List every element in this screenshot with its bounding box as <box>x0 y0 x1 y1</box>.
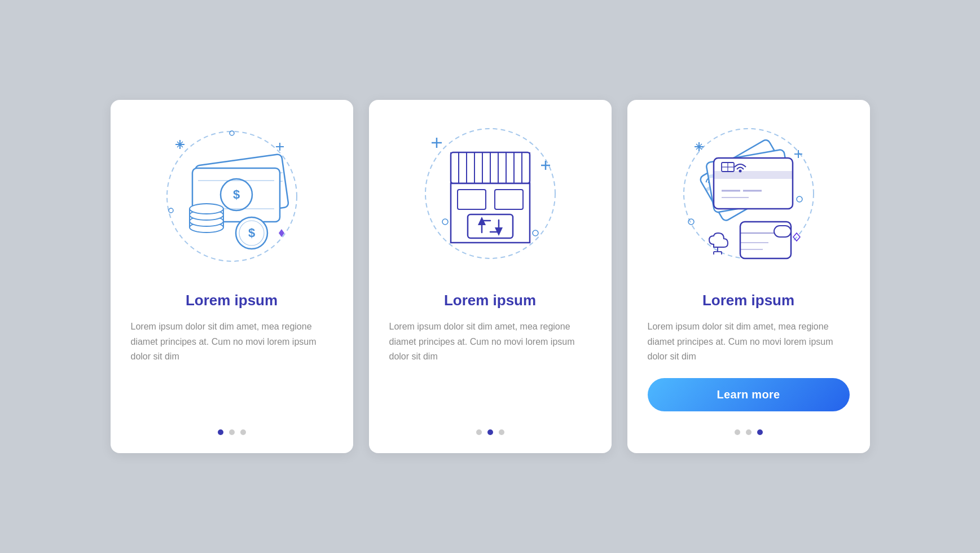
svg-point-32 <box>442 219 448 225</box>
svg-rect-49 <box>468 214 513 238</box>
card-3-title: Lorem ipsum <box>702 292 794 309</box>
card-1-illustration: $ $ <box>159 120 305 278</box>
svg-text:$: $ <box>232 187 239 201</box>
dot-1 <box>476 429 482 435</box>
card-2-illustration <box>417 120 564 278</box>
svg-point-61 <box>688 219 694 225</box>
card-3-illustration <box>675 120 822 278</box>
dot-3 <box>499 429 504 435</box>
svg-rect-73 <box>714 171 793 179</box>
dot-2 <box>229 429 235 435</box>
svg-point-8 <box>230 131 234 135</box>
card-3-body: Lorem ipsum dolor sit dim amet, mea regi… <box>648 319 850 364</box>
svg-point-9 <box>169 208 173 213</box>
card-1-dots <box>218 423 246 435</box>
card-2-dots <box>476 423 504 435</box>
learn-more-button[interactable]: Learn more <box>648 378 850 411</box>
svg-rect-72 <box>714 158 793 209</box>
card-3: Lorem ipsum Lorem ipsum dolor sit dim am… <box>627 100 870 453</box>
card-1-body: Lorem ipsum dolor sit dim amet, mea regi… <box>131 319 333 364</box>
card-1: $ $ Lorem ipsum Lorem ipsum dolor sit di… <box>111 100 353 453</box>
svg-point-77 <box>739 170 741 173</box>
svg-text:$: $ <box>248 226 254 240</box>
card-2-title: Lorem ipsum <box>444 292 536 309</box>
svg-point-60 <box>797 196 802 202</box>
card-1-title: Lorem ipsum <box>186 292 278 309</box>
dot-3 <box>240 429 246 435</box>
dot-2 <box>487 429 493 435</box>
dot-3 <box>757 429 763 435</box>
card-2: Lorem ipsum Lorem ipsum dolor sit dim am… <box>369 100 612 453</box>
card-2-body: Lorem ipsum dolor sit dim amet, mea regi… <box>389 319 591 364</box>
svg-point-33 <box>533 230 538 236</box>
svg-point-21 <box>190 204 223 214</box>
dot-1 <box>218 429 223 435</box>
dot-2 <box>746 429 752 435</box>
dot-1 <box>735 429 740 435</box>
cards-container: $ $ Lorem ipsum Lorem ipsum dolor sit di… <box>88 77 893 475</box>
svg-rect-83 <box>774 226 791 237</box>
card-3-dots <box>735 423 763 435</box>
